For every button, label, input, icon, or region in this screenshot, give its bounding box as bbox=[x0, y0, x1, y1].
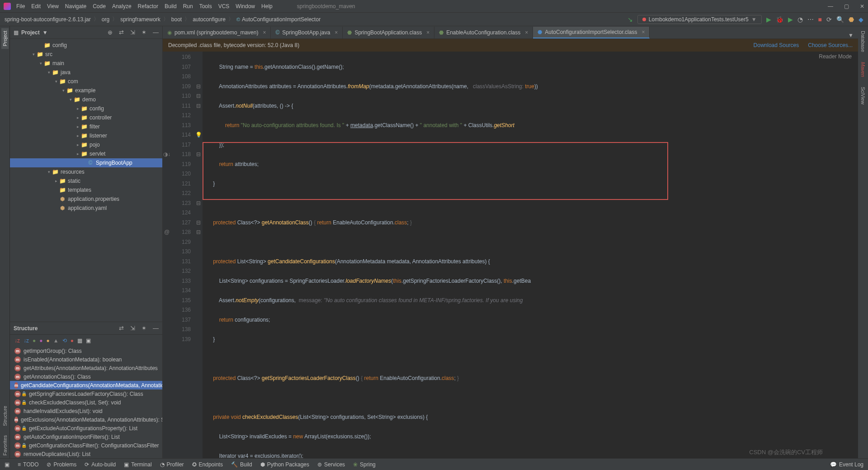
structure-item[interactable]: mgetImportGroup(): Class bbox=[10, 347, 162, 355]
locate-icon[interactable]: ⊕ bbox=[108, 29, 113, 36]
bottom-build[interactable]: 🔨Build bbox=[231, 461, 252, 468]
tree-node[interactable]: ▾📁java bbox=[10, 68, 162, 77]
menu-help[interactable]: Help bbox=[261, 3, 273, 9]
structure-item[interactable]: mgetExclusions(AnnotationMetadata, Annot… bbox=[10, 415, 162, 424]
structure-item[interactable]: misEnabled(AnnotationMetadata): boolean bbox=[10, 355, 162, 364]
show-fields-icon[interactable]: ● bbox=[33, 337, 36, 344]
structure-item[interactable]: mhandleInvalidExcludes(List): void bbox=[10, 407, 162, 415]
maximize-icon[interactable]: ▢ bbox=[844, 3, 849, 9]
struct-misc2-icon[interactable]: ▣ bbox=[86, 337, 91, 344]
run-icon[interactable]: ▶ bbox=[766, 16, 771, 23]
show-lambda-icon[interactable]: ⟲ bbox=[62, 337, 67, 344]
coverage-icon[interactable]: ▶ bbox=[788, 16, 793, 23]
tree-node[interactable]: ▸📁static bbox=[10, 176, 162, 185]
tree-node[interactable]: ▾📁resources bbox=[10, 167, 162, 176]
structure-item[interactable]: mgetAttributes(AnnotationMetadata): Anno… bbox=[10, 364, 162, 372]
structure-list[interactable]: mgetImportGroup(): ClassmisEnabled(Annot… bbox=[10, 347, 162, 458]
settings-icon[interactable]: ⬣ bbox=[849, 16, 854, 23]
hide-icon[interactable]: — bbox=[153, 29, 159, 36]
expand-icon[interactable]: ⇄ bbox=[119, 29, 124, 36]
breadcrumb[interactable]: spring-boot-autoconfigure-2.6.13.jar〉 or… bbox=[5, 15, 321, 23]
left-tab-project[interactable]: Project bbox=[1, 28, 9, 49]
show-inherited-icon[interactable]: ● bbox=[47, 337, 50, 344]
close-icon[interactable]: ✕ bbox=[860, 3, 864, 9]
profile-icon[interactable]: ◔ bbox=[797, 16, 803, 23]
tree-node[interactable]: ©SpringBootApp bbox=[10, 158, 162, 167]
attach-icon[interactable]: ⋯ bbox=[807, 16, 814, 23]
crumb-boot[interactable]: boot bbox=[171, 16, 182, 23]
choose-sources-link[interactable]: Choose Sources... bbox=[808, 42, 853, 48]
autoscroll-icon[interactable]: ● bbox=[71, 337, 74, 344]
right-tab-database[interactable]: Database bbox=[859, 28, 867, 55]
left-tab-favorites[interactable]: Favorites bbox=[1, 432, 9, 458]
collapse-icon[interactable]: ⇲ bbox=[130, 29, 135, 36]
left-tab-structure[interactable]: Structure bbox=[1, 403, 9, 429]
right-tab-sciview[interactable]: SciView bbox=[859, 84, 867, 107]
tree-node[interactable]: 📁config bbox=[10, 41, 162, 50]
structure-item[interactable]: mgetAnnotationClass(): Class bbox=[10, 372, 162, 381]
menu-run[interactable]: Run bbox=[183, 3, 193, 9]
bottom-terminal[interactable]: ▣Terminal bbox=[124, 461, 151, 468]
menu-vcs[interactable]: VCS bbox=[218, 3, 230, 9]
tree-node[interactable]: ▾📁demo bbox=[10, 95, 162, 104]
editor-tabs[interactable]: ◉pom.xml (springbootdemo_maven)×©SpringB… bbox=[163, 26, 858, 39]
editor-tab[interactable]: ©SpringBootApp.java× bbox=[271, 27, 343, 38]
structure-item[interactable]: mgetCandidateConfigurations(AnnotationMe… bbox=[10, 381, 162, 389]
tree-node[interactable]: ▸📁filter bbox=[10, 122, 162, 131]
menu-edit[interactable]: Edit bbox=[31, 3, 41, 9]
menu-build[interactable]: Build bbox=[165, 3, 177, 9]
bottom-autobuild[interactable]: ⟳Auto-build bbox=[85, 461, 116, 468]
structure-item[interactable]: m🔒getConfigurationClassFilter(): Configu… bbox=[10, 441, 162, 450]
stop-icon[interactable]: ■ bbox=[818, 16, 822, 23]
struct-expand-icon[interactable]: ⇄ bbox=[119, 325, 124, 332]
tabs-dropdown-icon[interactable]: ▼ bbox=[844, 32, 858, 38]
menu-analyze[interactable]: Analyze bbox=[112, 3, 132, 9]
options-icon[interactable]: ✶ bbox=[142, 29, 146, 36]
back-nav-icon[interactable]: ↘ bbox=[627, 16, 633, 23]
show-anon-icon[interactable]: ▲ bbox=[53, 337, 59, 344]
code-editor[interactable]: ◑↓ @ 10610710810911011111211311411711811… bbox=[163, 52, 858, 458]
menu-file[interactable]: File bbox=[16, 3, 25, 9]
right-tab-maven[interactable]: Maven bbox=[859, 59, 867, 80]
crumb-jar[interactable]: spring-boot-autoconfigure-2.6.13.jar bbox=[5, 16, 91, 23]
update-icon[interactable]: ⟳ bbox=[826, 16, 832, 23]
avatar-icon[interactable]: ◆ bbox=[859, 16, 863, 23]
editor-tab[interactable]: ⬣SpringBootApplication.class× bbox=[343, 27, 434, 38]
struct-misc-icon[interactable]: ▦ bbox=[77, 337, 82, 344]
tree-node[interactable]: ⬢application.properties bbox=[10, 195, 162, 204]
struct-options-icon[interactable]: ✶ bbox=[142, 325, 146, 332]
menu-refactor[interactable]: Refactor bbox=[138, 3, 158, 9]
bottom-profiler[interactable]: ◔Profiler bbox=[160, 461, 184, 468]
minimize-icon[interactable]: — bbox=[828, 3, 833, 9]
bottom-python[interactable]: ⬢Python Packages bbox=[260, 461, 309, 468]
tree-node[interactable]: 📁templates bbox=[10, 185, 162, 195]
editor-tab[interactable]: ⬣AutoConfigurationImportSelector.class× bbox=[533, 27, 650, 38]
editor-tab[interactable]: ⬣EnableAutoConfiguration.class× bbox=[434, 27, 533, 38]
struct-hide-icon[interactable]: — bbox=[153, 325, 159, 332]
structure-item[interactable]: m🔒checkExcludedClasses(List, Set): void bbox=[10, 398, 162, 407]
menu-view[interactable]: View bbox=[47, 3, 59, 9]
bottom-problems[interactable]: ⊘Problems bbox=[47, 461, 76, 468]
tree-node[interactable]: ⬢application.yaml bbox=[10, 204, 162, 213]
tree-node[interactable]: ▾📁com bbox=[10, 77, 162, 86]
structure-item[interactable]: m🔒getSpringFactoriesLoaderFactoryClass()… bbox=[10, 389, 162, 398]
crumb-autoconfigure[interactable]: autoconfigure bbox=[193, 16, 226, 23]
download-sources-link[interactable]: Download Sources bbox=[754, 42, 799, 48]
tree-node[interactable]: ▸📁listener bbox=[10, 131, 162, 140]
project-tree[interactable]: 📁config▾📁src▾📁main▾📁java▾📁com▾📁example▾📁… bbox=[10, 39, 162, 322]
tree-node[interactable]: ▾📁src bbox=[10, 50, 162, 59]
show-tool-icon[interactable]: ▣ bbox=[5, 461, 9, 468]
menu-code[interactable]: Code bbox=[93, 3, 106, 9]
sort-alpha-icon[interactable]: ↓z bbox=[14, 337, 20, 344]
bottom-spring[interactable]: ❀Spring bbox=[353, 461, 376, 468]
tree-node[interactable]: ▾📁example bbox=[10, 86, 162, 95]
menu-tools[interactable]: Tools bbox=[199, 3, 212, 9]
tree-node[interactable]: ▸📁config bbox=[10, 104, 162, 113]
structure-item[interactable]: mgetAutoConfigurationImportFilters(): Li… bbox=[10, 432, 162, 441]
debug-icon[interactable]: 🐞 bbox=[776, 16, 783, 23]
sort-visibility-icon[interactable]: ↓z bbox=[24, 337, 29, 344]
menu-window[interactable]: Window bbox=[236, 3, 255, 9]
struct-collapse-icon[interactable]: ⇲ bbox=[130, 325, 135, 332]
tree-node[interactable]: ▸📁pojo bbox=[10, 140, 162, 149]
structure-item[interactable]: m🔒getExcludeAutoConfigurationsProperty()… bbox=[10, 424, 162, 432]
